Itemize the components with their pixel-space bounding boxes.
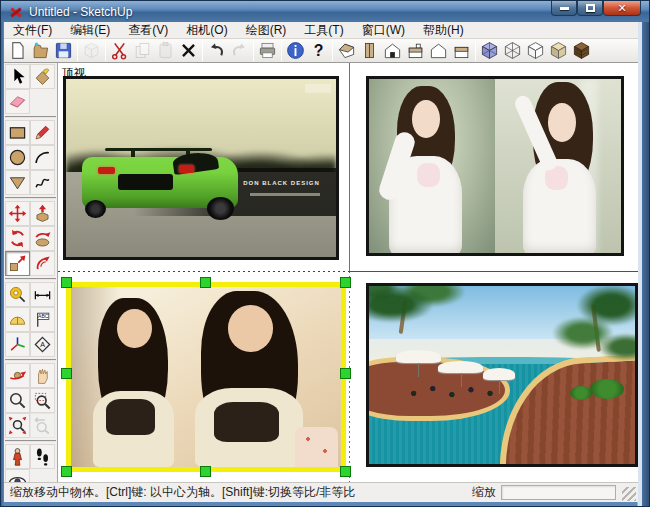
select-tool-button[interactable]	[5, 64, 30, 89]
follow-me-tool-button[interactable]	[30, 226, 55, 251]
scale-handle[interactable]	[61, 368, 72, 379]
menu-item-5[interactable]: 工具(T)	[295, 21, 352, 40]
menu-item-0[interactable]: 文件(F)	[4, 21, 61, 40]
measurement-input[interactable]	[501, 485, 616, 500]
style-textured-icon	[572, 41, 591, 60]
drawing-viewport[interactable]: 顶视	[58, 63, 638, 484]
maximize-button[interactable]	[577, 1, 603, 16]
palm-trees	[366, 283, 475, 343]
zoom-extents-tool-button[interactable]	[5, 413, 30, 438]
minimize-button[interactable]	[551, 1, 577, 16]
model-face	[548, 103, 576, 141]
scale-handle[interactable]	[340, 277, 351, 288]
style-xray-button[interactable]	[478, 40, 501, 62]
scale-handle[interactable]	[340, 368, 351, 379]
lamborghini-photo[interactable]: DON BLACK DESIGN	[63, 76, 339, 260]
help-icon	[309, 41, 328, 60]
line-tool-button[interactable]	[30, 120, 55, 145]
menu-item-7[interactable]: 帮助(H)	[414, 21, 473, 40]
pan-tool-button[interactable]	[30, 363, 55, 388]
toolbar-separator	[77, 41, 78, 61]
paste-button[interactable]	[154, 40, 177, 62]
new-button[interactable]	[6, 40, 29, 62]
axes-tool-button[interactable]	[5, 332, 30, 357]
rectangle-tool-button[interactable]	[5, 120, 30, 145]
erase-button[interactable]	[177, 40, 200, 62]
move-tool-button[interactable]	[5, 201, 30, 226]
menu-item-6[interactable]: 窗口(W)	[353, 21, 414, 40]
umbrella	[438, 361, 483, 373]
orbit-tool-button[interactable]	[5, 363, 30, 388]
text-tool-button[interactable]	[30, 307, 55, 332]
selection-outline	[66, 282, 346, 472]
style-shaded-icon	[549, 41, 568, 60]
move-icon	[8, 204, 27, 223]
protractor-tool-button[interactable]	[5, 307, 30, 332]
close-button[interactable]: ✕	[603, 1, 641, 16]
view-iso-button[interactable]	[335, 40, 358, 62]
view-left-button[interactable]	[427, 40, 450, 62]
paste-icon	[156, 41, 175, 60]
orbit-icon	[8, 366, 27, 385]
3d-text-tool-button[interactable]	[30, 332, 55, 357]
model-photos[interactable]	[366, 76, 624, 256]
resort-pool-photo[interactable]	[366, 283, 638, 467]
zoom-window-tool-button[interactable]	[30, 388, 55, 413]
style-wireframe-button[interactable]	[501, 40, 524, 62]
selected-sepia-photo[interactable]	[66, 282, 346, 472]
scale-handle[interactable]	[200, 277, 211, 288]
view-front-button[interactable]	[381, 40, 404, 62]
photo-watermark	[305, 84, 331, 93]
menu-item-1[interactable]: 编辑(E)	[61, 21, 119, 40]
close-icon: ✕	[617, 2, 626, 15]
zoom-tool-button[interactable]	[5, 388, 30, 413]
paint-bucket-icon	[33, 67, 52, 86]
view-top-button[interactable]	[358, 40, 381, 62]
zoom-previous-tool-button[interactable]	[30, 413, 55, 438]
menu-item-4[interactable]: 绘图(R)	[237, 21, 296, 40]
text-icon	[33, 310, 52, 329]
polygon-tool-button[interactable]	[5, 170, 30, 195]
view-right-button[interactable]	[450, 40, 473, 62]
scale-handle[interactable]	[61, 466, 72, 477]
position-camera-icon	[8, 447, 27, 466]
undo-button[interactable]	[205, 40, 228, 62]
circle-tool-button[interactable]	[5, 145, 30, 170]
scale-handle[interactable]	[61, 277, 72, 288]
umbrella	[396, 350, 441, 362]
green-axis-solid	[349, 63, 350, 271]
scale-handle[interactable]	[340, 466, 351, 477]
make-component-button[interactable]	[80, 40, 103, 62]
rotate-tool-button[interactable]	[5, 226, 30, 251]
eraser-tool-button[interactable]	[5, 89, 30, 114]
car	[82, 148, 244, 219]
resize-grip[interactable]	[622, 487, 636, 501]
scale-handle[interactable]	[200, 466, 211, 477]
dimension-tool-button[interactable]	[30, 282, 55, 307]
copy-button[interactable]	[131, 40, 154, 62]
zoom-previous-icon	[33, 416, 52, 435]
menu-item-2[interactable]: 查看(V)	[119, 21, 177, 40]
tape-measure-tool-button[interactable]	[5, 282, 30, 307]
style-textured-button[interactable]	[570, 40, 593, 62]
style-hidden-line-button[interactable]	[524, 40, 547, 62]
style-shaded-button[interactable]	[547, 40, 570, 62]
walk-tool-button[interactable]	[30, 444, 55, 469]
help-button[interactable]	[307, 40, 330, 62]
push-pull-tool-button[interactable]	[30, 201, 55, 226]
print-button[interactable]	[256, 40, 279, 62]
offset-tool-button[interactable]	[30, 251, 55, 276]
menu-item-3[interactable]: 相机(O)	[177, 21, 236, 40]
freehand-tool-button[interactable]	[30, 170, 55, 195]
titlebar[interactable]: Untitled - SketchUp ✕	[1, 1, 649, 22]
position-camera-tool-button[interactable]	[5, 444, 30, 469]
model-info-button[interactable]	[284, 40, 307, 62]
view-back-button[interactable]	[404, 40, 427, 62]
cut-button[interactable]	[108, 40, 131, 62]
save-button[interactable]	[52, 40, 75, 62]
paint-bucket-tool-button[interactable]	[30, 64, 55, 89]
redo-button[interactable]	[228, 40, 251, 62]
scale-tool-button[interactable]	[5, 251, 30, 276]
open-button[interactable]	[29, 40, 52, 62]
arc-tool-button[interactable]	[30, 145, 55, 170]
